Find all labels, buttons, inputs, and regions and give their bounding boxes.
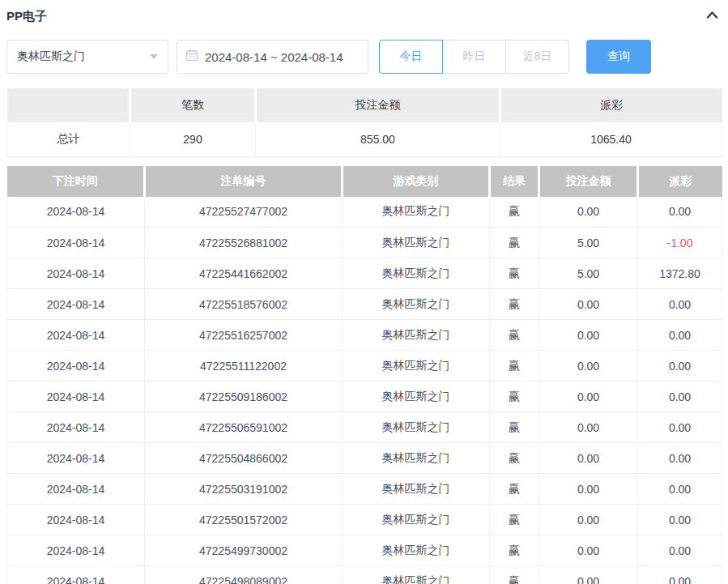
cell-bet-id: 47225527477002	[145, 197, 343, 228]
cell-bet-time: 2024-08-14	[7, 505, 145, 535]
cell-result: 赢	[490, 289, 539, 320]
cell-payout: 0.00	[638, 382, 722, 412]
today-button[interactable]: 今日	[379, 40, 443, 74]
cell-bet-time: 2024-08-14	[7, 197, 145, 228]
game-select-value: 奥林匹斯之门	[17, 49, 85, 64]
cell-bet-id: 47225511122002	[145, 351, 343, 382]
cell-payout: 0.00	[638, 351, 722, 382]
bets-header-amount: 投注金额	[539, 166, 638, 197]
cell-bet-time: 2024-08-14	[7, 289, 145, 320]
cell-amount: 5.00	[539, 258, 638, 289]
cell-payout: 0.00	[638, 412, 722, 443]
table-row: 2024-08-14 47225506591002 奥林匹斯之门 赢 0.00 …	[7, 412, 722, 443]
summary-total-label: 总计	[7, 122, 130, 156]
cell-game: 奥林匹斯之门	[343, 289, 490, 320]
cell-game: 奥林匹斯之门	[343, 382, 490, 412]
cell-game: 奥林匹斯之门	[343, 320, 490, 351]
cell-amount: 0.00	[539, 289, 638, 320]
bets-table-body: 2024-08-14 47225527477002 奥林匹斯之门 赢 0.00 …	[7, 197, 722, 584]
cell-bet-id: 47225498089002	[145, 566, 343, 584]
cell-bet-id: 47225504866002	[145, 443, 343, 474]
cell-result: 赢	[490, 505, 539, 535]
quick-date-button-group: 今日 昨日 近8日	[379, 40, 569, 74]
table-row: 2024-08-14 47225527477002 奥林匹斯之门 赢 0.00 …	[7, 197, 722, 228]
game-select[interactable]: 奥林匹斯之门	[6, 40, 168, 74]
cell-amount: 0.00	[539, 535, 638, 566]
cell-amount: 0.00	[539, 197, 638, 228]
summary-header-row: 笔数 投注金额 派彩	[7, 88, 722, 122]
bets-header-bet-id: 注单编号	[145, 166, 343, 197]
cell-bet-time: 2024-08-14	[7, 474, 145, 505]
cell-result: 赢	[490, 474, 539, 505]
bets-table: 下注时间 注单编号 游戏类别 结果 投注金额 派彩 2024-08-14 472…	[6, 166, 722, 584]
page-title: PP电子	[6, 9, 47, 24]
cell-payout: 1372.80	[638, 258, 722, 289]
summary-total-count: 290	[130, 122, 256, 156]
cell-payout: 0.00	[638, 535, 722, 566]
bets-header-row: 下注时间 注单编号 游戏类别 结果 投注金额 派彩	[7, 166, 722, 197]
table-row: 2024-08-14 47225526881002 奥林匹斯之门 赢 5.00 …	[7, 228, 722, 258]
cell-result: 赢	[490, 351, 539, 382]
cell-result: 赢	[490, 443, 539, 474]
query-button[interactable]: 查询	[586, 40, 651, 74]
cell-bet-id: 47225509186002	[145, 382, 343, 412]
table-row: 2024-08-14 47225441662002 奥林匹斯之门 赢 5.00 …	[7, 258, 722, 289]
cell-game: 奥林匹斯之门	[343, 505, 490, 535]
table-row: 2024-08-14 47225511122002 奥林匹斯之门 赢 0.00 …	[7, 351, 722, 382]
cell-amount: 0.00	[539, 443, 638, 474]
cell-bet-time: 2024-08-14	[7, 443, 145, 474]
cell-bet-id: 47225516257002	[145, 320, 343, 351]
cell-bet-id: 47225499730002	[145, 535, 343, 566]
table-row: 2024-08-14 47225518576002 奥林匹斯之门 赢 0.00 …	[7, 289, 722, 320]
cell-bet-id: 47225506591002	[145, 412, 343, 443]
calendar-icon	[185, 49, 198, 65]
cell-bet-id: 47225441662002	[145, 258, 343, 289]
yesterday-button[interactable]: 昨日	[442, 40, 506, 74]
cell-payout: 0.00	[638, 566, 722, 584]
cell-bet-time: 2024-08-14	[7, 382, 145, 412]
summary-header-payout: 派彩	[500, 88, 722, 122]
cell-result: 赢	[490, 535, 539, 566]
chevron-up-icon	[705, 9, 719, 23]
cell-result: 赢	[490, 382, 539, 412]
cell-amount: 0.00	[539, 474, 638, 505]
cell-result: 赢	[490, 566, 539, 584]
summary-total-payout: 1065.40	[500, 122, 722, 156]
bets-header-result: 结果	[490, 166, 539, 197]
cell-game: 奥林匹斯之门	[343, 228, 490, 258]
last-8-days-button[interactable]: 近8日	[505, 40, 569, 74]
summary-header-count: 笔数	[130, 88, 256, 122]
table-row: 2024-08-14 47225503191002 奥林匹斯之门 赢 0.00 …	[7, 474, 722, 505]
collapse-button[interactable]	[704, 8, 720, 24]
cell-bet-time: 2024-08-14	[7, 320, 145, 351]
table-row: 2024-08-14 47225516257002 奥林匹斯之门 赢 0.00 …	[7, 320, 722, 351]
cell-amount: 5.00	[539, 228, 638, 258]
cell-amount: 0.00	[539, 505, 638, 535]
cell-result: 赢	[490, 320, 539, 351]
cell-bet-id: 47225503191002	[145, 474, 343, 505]
cell-result: 赢	[490, 412, 539, 443]
cell-bet-id: 47225526881002	[145, 228, 343, 258]
panel-header: PP电子	[6, 8, 722, 24]
cell-bet-time: 2024-08-14	[7, 351, 145, 382]
bets-header-time: 下注时间	[7, 166, 145, 197]
cell-bet-time: 2024-08-14	[7, 228, 145, 258]
cell-payout: -1.00	[638, 228, 722, 258]
cell-payout: 0.00	[638, 320, 722, 351]
cell-payout: 0.00	[638, 289, 722, 320]
cell-amount: 0.00	[539, 320, 638, 351]
date-range-picker[interactable]: 2024-08-14 ~ 2024-08-14	[177, 40, 368, 74]
cell-game: 奥林匹斯之门	[343, 351, 490, 382]
cell-result: 赢	[490, 258, 539, 289]
cell-bet-time: 2024-08-14	[7, 412, 145, 443]
table-row: 2024-08-14 47225499730002 奥林匹斯之门 赢 0.00 …	[7, 535, 722, 566]
cell-game: 奥林匹斯之门	[343, 443, 490, 474]
cell-payout: 0.00	[638, 505, 722, 535]
cell-game: 奥林匹斯之门	[343, 258, 490, 289]
cell-amount: 0.00	[539, 351, 638, 382]
cell-amount: 0.00	[539, 382, 638, 412]
cell-game: 奥林匹斯之门	[343, 412, 490, 443]
cell-game: 奥林匹斯之门	[343, 535, 490, 566]
table-row: 2024-08-14 47225501572002 奥林匹斯之门 赢 0.00 …	[7, 505, 722, 535]
summary-table: 笔数 投注金额 派彩 总计 290 855.00 1065.40	[6, 88, 722, 157]
